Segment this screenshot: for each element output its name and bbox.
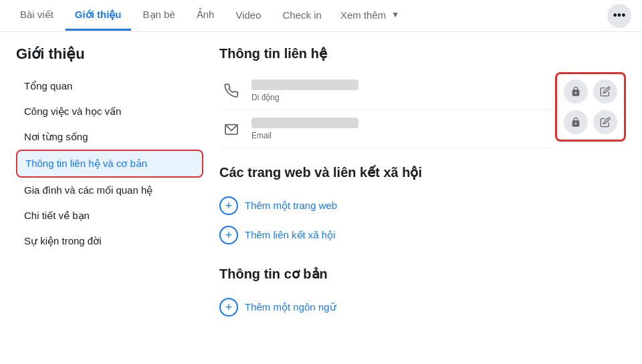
nav-item-bai-viet[interactable]: Bài viết	[11, 1, 63, 31]
nav-item-gioi-thieu[interactable]: Giới thiệu	[66, 1, 131, 31]
phone-info: Di động	[251, 79, 555, 102]
basic-section: Thông tin cơ bản + Thêm một ngôn ngữ	[219, 266, 626, 322]
phone-value-blur	[251, 79, 358, 90]
email-label: Email	[251, 131, 555, 140]
contact-section-title: Thông tin liên hệ	[219, 45, 626, 61]
top-nav: Bài viết Giới thiệu Bạn bè Ảnh Video Che…	[0, 0, 642, 32]
nav-item-video[interactable]: Video	[226, 1, 270, 31]
sidebar-item-cong-viec[interactable]: Công việc và học vấn	[16, 99, 203, 124]
sidebar-item-gia-dinh[interactable]: Gia đình và các mối quan hệ	[16, 178, 203, 203]
sidebar-item-tong-quan[interactable]: Tổng quan	[16, 73, 203, 99]
nav-item-check-in[interactable]: Check in	[274, 1, 331, 31]
nav-item-ban-be[interactable]: Bạn bè	[134, 1, 185, 31]
main-layout: Giới thiệu Tổng quan Công việc và học vấ…	[0, 32, 642, 335]
add-social-plus-icon: +	[219, 226, 238, 244]
add-language-label: Thêm một ngôn ngữ	[245, 301, 336, 313]
add-web-plus-icon: +	[219, 196, 238, 215]
contact-section: Thông tin liên hệ Di động	[219, 45, 626, 148]
email-icon	[219, 117, 243, 141]
phone-lock-button[interactable]	[564, 79, 588, 104]
add-social-label: Thêm liên kết xã hội	[245, 229, 336, 241]
chevron-down-icon: ▼	[391, 10, 399, 19]
social-section: Các trang web và liên kết xã hội + Thêm …	[219, 164, 626, 250]
add-social-link[interactable]: + Thêm liên kết xã hội	[219, 220, 626, 250]
sidebar-item-su-kien[interactable]: Sự kiện trong đời	[16, 228, 203, 254]
xem-them-label: Xem thêm	[340, 9, 386, 21]
email-info: Email	[251, 118, 555, 140]
sidebar-item-chi-tiet[interactable]: Chi tiết về bạn	[16, 203, 203, 228]
sidebar: Giới thiệu Tổng quan Công việc và học vấ…	[16, 45, 203, 322]
sidebar-item-thong-tin-lien-he[interactable]: Thông tin liên hệ và cơ bản	[16, 150, 203, 178]
contact-rows: Di động Email	[219, 72, 555, 148]
add-language-link[interactable]: + Thêm một ngôn ngữ	[219, 293, 626, 322]
basic-section-title: Thông tin cơ bản	[219, 266, 626, 282]
email-lock-button[interactable]	[564, 110, 588, 134]
action-buttons-box	[555, 72, 626, 142]
phone-label: Di động	[251, 93, 555, 102]
add-web-label: Thêm một trang web	[245, 200, 337, 212]
social-section-title: Các trang web và liên kết xã hội	[219, 164, 626, 180]
phone-edit-button[interactable]	[593, 79, 617, 104]
add-web-link[interactable]: + Thêm một trang web	[219, 191, 626, 220]
more-options-button[interactable]: •••	[607, 4, 631, 28]
nav-item-xem-them[interactable]: Xem thêm ▼	[334, 5, 406, 27]
sidebar-item-noi-tung-song[interactable]: Nơi từng sống	[16, 124, 203, 150]
add-language-plus-icon: +	[219, 298, 238, 317]
phone-icon	[219, 79, 243, 103]
email-action-row	[564, 110, 617, 134]
content-area: Thông tin liên hệ Di động	[219, 45, 626, 322]
sidebar-title: Giới thiệu	[16, 45, 203, 63]
email-row: Email	[219, 110, 555, 148]
nav-item-anh[interactable]: Ảnh	[187, 1, 224, 31]
phone-row: Di động	[219, 72, 555, 110]
email-value-blur	[251, 118, 358, 128]
email-edit-button[interactable]	[593, 110, 617, 134]
phone-action-row	[564, 79, 617, 104]
